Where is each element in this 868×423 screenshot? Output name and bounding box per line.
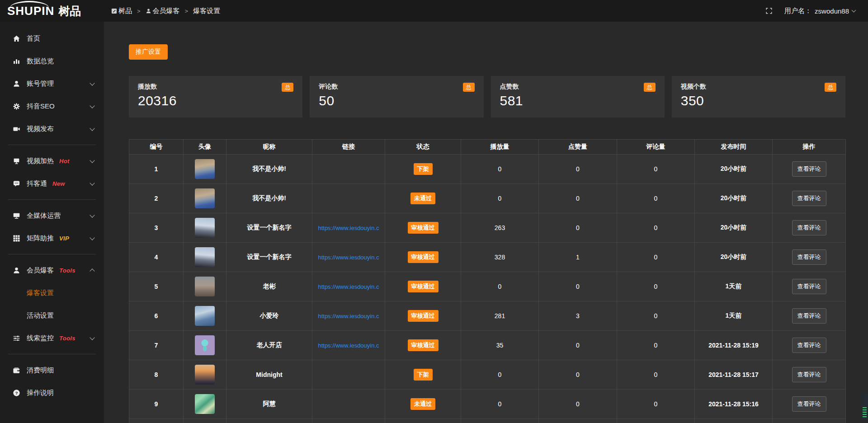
breadcrumb-item-shupin[interactable]: 树品 <box>111 7 132 15</box>
sidebar-item-label: 全媒体运营 <box>27 212 61 220</box>
topbar: SHUPIN 树品 树品>会员爆客>爆客设置 用户名：zswodun88 <box>0 0 868 22</box>
topbar-right: 用户名：zswodun88 <box>765 7 868 15</box>
cell-likes: 0 <box>539 390 617 419</box>
records-table: 编号头像昵称链接状态播放量点赞量评论量发布时间操作1我不是小帅!下架00020小… <box>129 139 846 423</box>
cell-comments: 0 <box>617 301 695 331</box>
stat-cards: 播放数总20316评论数总50点赞数总581视频个数总350 <box>129 76 845 118</box>
floating-widget[interactable] <box>861 392 868 420</box>
column-header: 播放量 <box>461 140 539 155</box>
cell-comments <box>617 419 695 423</box>
column-header: 头像 <box>184 140 226 155</box>
view-comments-button[interactable]: 查看评论 <box>792 308 826 324</box>
column-header: 操作 <box>773 140 846 155</box>
breadcrumb-label: 爆客设置 <box>193 7 220 15</box>
cell-comments: 0 <box>617 184 695 213</box>
cell-publish-time: 2021-11-28 15:17 <box>695 360 773 390</box>
cell-plays: 281 <box>461 301 539 331</box>
sidebar-item-douyin-seo[interactable]: 抖音SEO <box>0 95 104 118</box>
sidebar-badge: Tools <box>59 267 75 274</box>
sidebar-item-label: 矩阵助推 <box>27 234 54 243</box>
cell-publish-time: 1天前 <box>695 272 773 301</box>
cell-number: 3 <box>129 213 184 243</box>
sidebar-item-data-overview[interactable]: 数据总览 <box>0 50 104 72</box>
stat-card-total-badge: 总 <box>463 83 475 92</box>
cell-nickname: 小爱玲 <box>226 301 312 331</box>
column-header: 点赞量 <box>539 140 617 155</box>
promo-settings-button[interactable]: 推广设置 <box>129 44 168 60</box>
view-comments-button[interactable]: 查看评论 <box>792 279 826 294</box>
view-comments-button[interactable]: 查看评论 <box>792 161 826 177</box>
view-comments-button[interactable]: 查看评论 <box>792 249 826 265</box>
cell-avatar <box>184 213 226 243</box>
cell-nickname: 设置一个新名字 <box>226 213 312 243</box>
cell-link: https://www.iesdouyin.c <box>312 331 385 360</box>
profile-link[interactable]: https://www.iesdouyin.c <box>318 283 379 290</box>
breadcrumb-item-member-baoke[interactable]: 会员爆客 <box>146 7 180 15</box>
cell-link: https://www.iesdouyin.c <box>312 213 385 243</box>
cell-action <box>773 419 846 423</box>
avatar <box>195 188 215 208</box>
cell-nickname: 我不是小帅! <box>226 184 312 213</box>
cell-avatar <box>184 155 226 184</box>
profile-link[interactable]: https://www.iesdouyin.c <box>318 342 379 349</box>
cell-status: 下架 <box>385 360 461 390</box>
avatar <box>195 159 215 179</box>
view-comments-button[interactable]: 查看评论 <box>792 338 826 353</box>
gear-icon <box>12 103 21 110</box>
view-comments-button[interactable]: 查看评论 <box>792 220 826 235</box>
sidebar-item-matrix-boost[interactable]: 矩阵助推VIP <box>0 227 104 249</box>
cell-nickname: Midnight <box>226 360 312 390</box>
sidebar-item-operation-guide[interactable]: ?操作说明 <box>0 381 104 404</box>
sidebar-item-home[interactable]: 首页 <box>0 27 104 50</box>
status-badge: 下架 <box>414 369 433 381</box>
column-header: 链接 <box>312 140 385 155</box>
status-badge: 审核通过 <box>408 222 439 234</box>
view-comments-button[interactable]: 查看评论 <box>792 396 826 412</box>
profile-link[interactable]: https://www.iesdouyin.c <box>318 225 379 231</box>
cell-link <box>312 184 385 213</box>
status-badge: 未通过 <box>410 398 435 410</box>
profile-link[interactable]: https://www.iesdouyin.c <box>318 254 379 261</box>
logo-text-cn: 树品 <box>58 4 81 19</box>
sidebar-item-label: 线索监控 <box>27 334 54 343</box>
cell-status: 审核通过 <box>385 301 461 331</box>
sidebar-subitem-activity-settings[interactable]: 活动设置 <box>0 304 104 327</box>
cell-action: 查看评论 <box>773 301 846 331</box>
chat-icon <box>12 180 21 188</box>
sidebar-item-account-management[interactable]: 账号管理 <box>0 72 104 95</box>
view-comments-button[interactable]: 查看评论 <box>792 367 826 382</box>
breadcrumb-item-baoke-settings: 爆客设置 <box>193 7 220 15</box>
view-comments-button[interactable]: 查看评论 <box>792 191 826 206</box>
profile-link[interactable]: https://www.iesdouyin.c <box>318 313 379 320</box>
cell-avatar <box>184 184 226 213</box>
chevron-down-icon <box>852 8 856 13</box>
cell-link <box>312 360 385 390</box>
sliders-icon <box>12 334 21 342</box>
cell-comments: 0 <box>617 213 695 243</box>
sidebar-item-video-publish[interactable]: 视频发布 <box>0 118 104 140</box>
fullscreen-icon[interactable] <box>765 7 773 14</box>
sidebar-item-video-heating[interactable]: 视频加热Hot <box>0 150 104 172</box>
sidebar-item-consumption-details[interactable]: 消费明细 <box>0 359 104 381</box>
cell-link: https://www.iesdouyin.c <box>312 243 385 272</box>
cell-publish-time: 20小时前 <box>695 243 773 272</box>
cell-number: 8 <box>129 360 184 390</box>
breadcrumb: 树品>会员爆客>爆客设置 <box>111 7 220 15</box>
cell-number: 5 <box>129 272 184 301</box>
cell-status: 审核通过 <box>385 272 461 301</box>
sidebar-item-douketong[interactable]: 抖客通New <box>0 172 104 195</box>
cell-status <box>385 419 461 423</box>
sidebar-item-member-baoke[interactable]: 会员爆客Tools <box>0 259 104 282</box>
sidebar-item-all-media-operation[interactable]: 全媒体运营 <box>0 204 104 227</box>
avatar <box>195 394 215 414</box>
user-icon <box>12 80 21 88</box>
cell-comments: 0 <box>617 360 695 390</box>
cell-likes: 0 <box>539 184 617 213</box>
avatar <box>195 335 215 355</box>
user-menu[interactable]: 用户名：zswodun88 <box>784 7 855 15</box>
cell-publish-time: 20小时前 <box>695 213 773 243</box>
sidebar-item-label: 消费明细 <box>27 366 54 375</box>
sidebar-item-clue-monitoring[interactable]: 线索监控Tools <box>0 327 104 349</box>
sidebar-subitem-baoke-settings[interactable]: 爆客设置 <box>0 282 104 304</box>
sidebar: 首页数据总览账号管理抖音SEO视频发布视频加热Hot抖客通New全媒体运营矩阵助… <box>0 22 104 423</box>
